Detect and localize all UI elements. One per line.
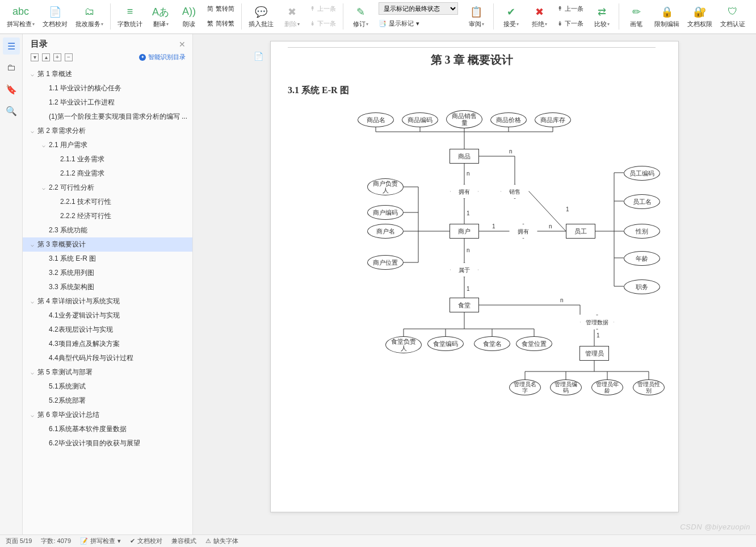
smart-toc-button[interactable]: ✦智能识别目录 bbox=[139, 53, 186, 61]
search-icon[interactable]: 🔍 bbox=[3, 102, 20, 119]
er-attr: 食堂负责人 bbox=[385, 336, 422, 353]
prev-comment-button[interactable]: ↟上一条 bbox=[306, 1, 339, 16]
er-attr: 商品编码 bbox=[402, 112, 438, 127]
expand-all-button[interactable]: ▴ bbox=[42, 53, 50, 61]
er-entity-canteen: 食堂 bbox=[450, 298, 479, 312]
toc-pane: 目录 ✕ ▾ ▴ + − ✦智能识别目录 ⌵第 1 章概述1.1 毕业设计的核心… bbox=[23, 34, 193, 535]
er-entity-merchant: 商户 bbox=[450, 224, 479, 239]
toc-item[interactable]: 3.2 系统用列图 bbox=[23, 266, 192, 280]
toc-header: 目录 ✕ bbox=[23, 34, 192, 52]
reject-button[interactable]: ✖拒绝▾ bbox=[526, 1, 553, 32]
toc-item[interactable]: ⌵第 6 章毕业设计总结 bbox=[23, 408, 192, 422]
toc-item[interactable]: 6.1系统基本软件度量数据 bbox=[23, 422, 192, 436]
toc-item[interactable]: 1.1 毕业设计的核心任务 bbox=[23, 81, 192, 95]
collapse-all-button[interactable]: ▾ bbox=[31, 53, 39, 61]
toc-item[interactable]: 4.3项目难点及解决方案 bbox=[23, 337, 192, 351]
show-markup-button[interactable]: 📑显示标记▾ bbox=[375, 16, 461, 31]
toc-item[interactable]: 2.3 系统功能 bbox=[23, 223, 192, 237]
toc-item[interactable]: 2.2.1 技术可行性 bbox=[23, 195, 192, 209]
er-rel-sells: 销售 bbox=[501, 184, 529, 199]
er-attr: 商户编码 bbox=[367, 205, 404, 220]
translate-button[interactable]: Aあ翻译▾ bbox=[147, 1, 174, 32]
insert-comment-button[interactable]: 💬插入批注 bbox=[245, 1, 277, 32]
delete-comment-button[interactable]: ✖删除▾ bbox=[278, 1, 305, 32]
toc-icon[interactable]: ☰ bbox=[3, 37, 20, 55]
er-attr: 食堂编码 bbox=[427, 336, 464, 351]
chapter-title: 第 3 章 概要设计 bbox=[288, 52, 656, 68]
svg-text:1: 1 bbox=[492, 223, 495, 229]
er-attr: 员工名 bbox=[624, 194, 660, 209]
trad-to-simp-button[interactable]: 简繁转简 bbox=[204, 1, 238, 16]
display-state-select[interactable]: 显示标记的最终状态 bbox=[379, 2, 458, 15]
status-spell[interactable]: 📝 拼写检查 ▾ bbox=[80, 537, 121, 545]
svg-text:1: 1 bbox=[467, 210, 470, 216]
review-button[interactable]: 📋审阅▾ bbox=[463, 1, 490, 32]
toc-item[interactable]: ⌵第 2 章需求分析 bbox=[23, 124, 192, 138]
spellcheck-button[interactable]: abc拼写检查▾ bbox=[3, 1, 38, 32]
er-attr: 管理员名字 bbox=[509, 379, 541, 395]
bookmark-icon[interactable]: 🔖 bbox=[3, 81, 20, 98]
svg-text:1: 1 bbox=[597, 332, 600, 339]
prev-change-button[interactable]: ↟上一条 bbox=[554, 1, 587, 16]
read-button[interactable]: A))朗读 bbox=[175, 1, 203, 32]
toc-item[interactable]: 6.2毕业设计项目的收获与展望 bbox=[23, 436, 192, 450]
next-change-button[interactable]: ↡下一条 bbox=[554, 16, 587, 31]
status-wordcount[interactable]: 字数: 4079 bbox=[41, 537, 71, 545]
er-rel-has: 拥有 bbox=[509, 224, 537, 239]
remove-level-button[interactable]: − bbox=[65, 53, 73, 61]
toc-item[interactable]: 2.1.2 商业需求 bbox=[23, 166, 192, 181]
wordcount-button[interactable]: ≡字数统计 bbox=[114, 1, 146, 32]
er-rel-owns: 拥有 bbox=[450, 184, 478, 199]
status-page[interactable]: 页面 5/19 bbox=[6, 537, 32, 545]
toc-list[interactable]: ⌵第 1 章概述1.1 毕业设计的核心任务1.2 毕业设计工作进程(1)第一个阶… bbox=[23, 65, 192, 535]
toc-item[interactable]: 2.1.1 业务需求 bbox=[23, 152, 192, 166]
markup-stack: 显示标记的最终状态 📑显示标记▾ bbox=[375, 1, 461, 31]
status-proof[interactable]: ✔ 文档校对 bbox=[130, 537, 162, 545]
er-attr: 商品库存 bbox=[535, 112, 571, 127]
restrict-button[interactable]: 🔒限制编辑 bbox=[651, 1, 683, 32]
toc-item[interactable]: 5.1系统测试 bbox=[23, 379, 192, 394]
document-area[interactable]: 📄 第 3 章 概要设计 3.1 系统 E-R 图 n 1 n bbox=[193, 34, 756, 535]
toc-item[interactable]: ⌵2.2 可行性分析 bbox=[23, 181, 192, 195]
toc-item[interactable]: 5.2系统部署 bbox=[23, 394, 192, 408]
next-comment-button[interactable]: ↡下一条 bbox=[306, 16, 339, 31]
toc-item[interactable]: ⌵第 1 章概述 bbox=[23, 67, 192, 81]
simp-to-trad-button[interactable]: 繁简转繁 bbox=[204, 16, 238, 31]
er-attr: 管理员编码 bbox=[550, 379, 582, 395]
permission-button[interactable]: 🔐文档权限 bbox=[684, 1, 716, 32]
folder-icon[interactable]: 🗀 bbox=[3, 59, 20, 76]
toc-item[interactable]: 4.1业务逻辑设计与实现 bbox=[23, 308, 192, 323]
er-rel-manage: 管理数据 bbox=[580, 315, 614, 329]
compare-button[interactable]: ⇄比较▾ bbox=[588, 1, 615, 32]
er-rel-belongs: 属于 bbox=[450, 262, 478, 277]
toc-item[interactable]: 3.1 系统 E-R 图 bbox=[23, 252, 192, 266]
toc-item[interactable]: 3.3 系统架构图 bbox=[23, 280, 192, 294]
er-attr: 员工编码 bbox=[624, 166, 660, 181]
close-icon[interactable]: ✕ bbox=[179, 40, 186, 49]
convert-stack: 简繁转简 繁简转繁 bbox=[204, 1, 238, 31]
er-attr: 年龄 bbox=[624, 251, 660, 266]
add-level-button[interactable]: + bbox=[53, 53, 61, 61]
toc-controls: ▾ ▴ + − ✦智能识别目录 bbox=[23, 52, 192, 65]
auth-button[interactable]: 🛡文档认证 bbox=[717, 1, 749, 32]
revise-button[interactable]: ✎修订▾ bbox=[347, 1, 374, 32]
proofread-button[interactable]: 📄文档校对 bbox=[39, 1, 71, 32]
toc-item[interactable]: 4.2表现层设计与实现 bbox=[23, 323, 192, 337]
accept-button[interactable]: ✔接受▾ bbox=[497, 1, 524, 32]
status-font[interactable]: ⚠ 缺失字体 bbox=[205, 537, 238, 545]
toc-item[interactable]: ⌵2.1 用户需求 bbox=[23, 138, 192, 152]
batch-button[interactable]: 🗂批改服务▾ bbox=[72, 1, 107, 32]
toc-item[interactable]: 1.2 毕业设计工作进程 bbox=[23, 95, 192, 110]
er-attr: 商户位置 bbox=[367, 255, 404, 270]
toc-item[interactable]: ⌵第 5 章测试与部署 bbox=[23, 365, 192, 379]
er-attr: 管理员性别 bbox=[633, 379, 665, 395]
display-state-row[interactable]: 显示标记的最终状态 bbox=[375, 1, 461, 16]
toc-item[interactable]: (1)第一个阶段主要实现项目需求分析的编写 ... bbox=[23, 110, 192, 124]
svg-text:1: 1 bbox=[566, 206, 569, 212]
toc-item[interactable]: 4.4典型代码片段与设计过程 bbox=[23, 351, 192, 365]
pen-button[interactable]: ✏画笔 bbox=[623, 1, 650, 32]
toc-item[interactable]: ⌵第 4 章详细设计与系统实现 bbox=[23, 294, 192, 308]
toc-item[interactable]: ⌵第 3 章概要设计 bbox=[23, 237, 192, 252]
toc-item[interactable]: 2.2.2 经济可行性 bbox=[23, 209, 192, 223]
status-mode[interactable]: 兼容模式 bbox=[171, 537, 196, 545]
